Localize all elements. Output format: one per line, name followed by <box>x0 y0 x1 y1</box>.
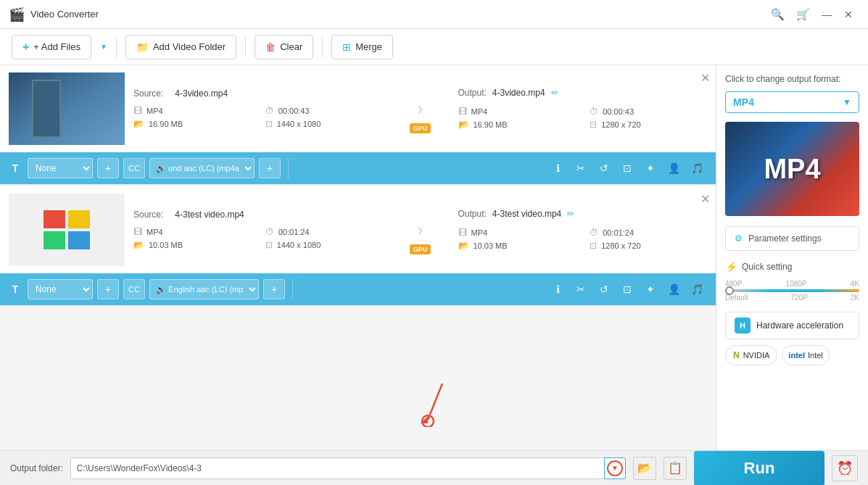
effect-icon-1[interactable]: ✦ <box>640 158 661 178</box>
alarm-icon: ⏰ <box>837 460 853 476</box>
subtitle-add-button-2[interactable]: + <box>97 279 119 299</box>
source-name-2: 4-3test video.mp4 <box>175 210 244 220</box>
quick-setting-header: ⚡ Quick setting <box>725 261 859 273</box>
output-header-2: Output: 4-3test video.mp4 ✏ <box>458 209 708 219</box>
format-in-1: 🎞 MP4 <box>133 106 251 116</box>
add-video-folder-label: Add Video Folder <box>153 41 226 52</box>
hw-accel-label: Hardware acceleration <box>756 320 843 331</box>
audio-add-button-2[interactable]: + <box>263 279 285 299</box>
clear-button[interactable]: 🗑 Clear <box>255 35 313 59</box>
duration-in-label-2: 00:01:24 <box>278 228 310 236</box>
app-title: Video Converter <box>30 9 771 20</box>
watermark-icon-2[interactable]: 👤 <box>664 279 684 299</box>
rotate-icon-1[interactable]: ↺ <box>594 158 614 178</box>
gpu-badge-1: GPU <box>410 123 431 133</box>
file-info-header-2: Source: 4-3test video.mp4 <box>133 210 383 220</box>
search-icon[interactable]: 🔍 <box>771 8 785 21</box>
edit-icon-1[interactable]: ✏ <box>551 88 558 98</box>
add-files-dropdown-arrow[interactable]: ▼ <box>100 43 107 51</box>
folder-path-input[interactable] <box>70 457 626 479</box>
save-source-icon: 📋 <box>668 461 682 475</box>
subtitle-select-wrap-1: None <box>28 158 93 178</box>
out-folder-icon-2: 📂 <box>458 241 469 251</box>
effect-icon-2[interactable]: ✦ <box>640 279 661 299</box>
info-icon-2[interactable]: ℹ <box>547 279 568 299</box>
ft-action-icons-2: ℹ ✂ ↺ ⊡ ✦ 👤 🎵 <box>547 279 707 299</box>
output-folder-label: Output folder: <box>10 463 63 473</box>
quick-setting-label: Quick setting <box>742 262 792 272</box>
intel-chip[interactable]: intel Intel <box>782 345 829 365</box>
cc-button-2[interactable]: CC <box>123 279 145 299</box>
res-out-label-1: 1280 x 720 <box>601 120 640 129</box>
cut-icon-1[interactable]: ✂ <box>571 158 591 178</box>
main-layout: Source: 4-3video.mp4 🎞 MP4 ⏱ 00:00:43 <box>0 65 868 450</box>
format-dropdown[interactable]: MP4 ▼ <box>725 91 859 113</box>
audio-edit-icon-1[interactable]: 🎵 <box>687 158 707 178</box>
quality-thumb[interactable] <box>725 286 734 295</box>
alarm-button[interactable]: ⏰ <box>832 455 858 481</box>
rotate-icon-2[interactable]: ↺ <box>594 279 614 299</box>
res-out-label-2: 1280 x 720 <box>601 241 640 250</box>
folder-dropdown-button[interactable]: ▼ <box>604 457 626 479</box>
edit-icon-2[interactable]: ✏ <box>567 209 574 219</box>
hardware-acceleration-button[interactable]: H Hardware acceleration <box>725 312 859 339</box>
audio-select-1[interactable]: 🔊 und aac (LC) (mp4a <box>149 158 255 178</box>
close-file-button-1[interactable]: ✕ <box>700 71 710 85</box>
merge-icon: ⊞ <box>342 41 351 53</box>
res-in-label-1: 1440 x 1080 <box>277 120 321 128</box>
crop-icon-2[interactable]: ⊡ <box>617 279 637 299</box>
parameter-settings-button[interactable]: ⚙ Parameter settings <box>725 226 859 251</box>
file-info-2: Source: 4-3test video.mp4 🎞 MP4 ⏱ 00:01:… <box>133 194 383 266</box>
crop-icon-1[interactable]: ⊡ <box>617 158 637 178</box>
close-file-button-2[interactable]: ✕ <box>700 192 710 206</box>
cut-icon-2[interactable]: ✂ <box>571 279 591 299</box>
audio-add-button-1[interactable]: + <box>259 158 281 178</box>
quality-sub-2k: 2K <box>851 294 859 302</box>
subtitle-select-wrap-2: None <box>28 279 93 299</box>
subtitle-select-1[interactable]: None <box>28 158 93 178</box>
ft-action-icons-1: ℹ ✂ ↺ ⊡ ✦ 👤 🎵 <box>547 158 707 178</box>
arrow-right-2: › <box>418 220 423 240</box>
quality-label-4k: 4K <box>851 280 859 288</box>
watermark-icon-1[interactable]: 👤 <box>664 158 684 178</box>
add-files-button[interactable]: + + Add Files <box>12 35 91 59</box>
format-in-label-2: MP4 <box>146 228 163 236</box>
output-name-2: 4-3test video.mp4 <box>492 209 561 219</box>
gpu-chips: N NVIDIA intel Intel <box>725 345 859 365</box>
source-label-1: Source: <box>133 88 163 99</box>
minimize-button[interactable]: — <box>816 7 838 22</box>
file-info-header-1: Source: 4-3video.mp4 <box>133 88 383 99</box>
audio-select-2[interactable]: 🔊 English aac (LC) (mp <box>149 279 259 299</box>
cart-icon[interactable]: 🛒 <box>796 8 810 21</box>
format-out-label-1: MP4 <box>471 107 488 116</box>
ft-divider-1 <box>288 158 289 178</box>
nvidia-chip[interactable]: N NVIDIA <box>725 345 777 365</box>
audio-edit-icon-2[interactable]: 🎵 <box>687 279 707 299</box>
close-button[interactable]: ✕ <box>838 7 859 22</box>
file-item-2: Source: 4-3test video.mp4 🎞 MP4 ⏱ 00:01:… <box>0 186 716 306</box>
duration-out-1: ⏱ 00:00:43 <box>590 107 707 117</box>
file-info-1: Source: 4-3video.mp4 🎞 MP4 ⏱ 00:00:43 <box>133 72 383 145</box>
open-folder-button[interactable]: 📂 <box>633 457 656 480</box>
merge-button[interactable]: ⊞ Merge <box>331 35 393 59</box>
nvidia-logo: N <box>733 350 740 360</box>
folder-icon: 📁 <box>136 41 149 53</box>
duration-in-2: ⏱ 00:01:24 <box>265 227 383 237</box>
format-name: MP4 <box>733 96 754 108</box>
intel-label: Intel <box>808 351 823 360</box>
size-out-2: 📂 10.03 MB <box>458 241 576 251</box>
subtitle-add-button-1[interactable]: + <box>97 158 119 178</box>
file-row-2: Source: 4-3test video.mp4 🎞 MP4 ⏱ 00:01:… <box>0 186 716 273</box>
subtitle-select-2[interactable]: None <box>28 279 93 299</box>
size-in-2: 📂 10.03 MB <box>133 240 251 250</box>
folder-circle-icon: ▼ <box>607 460 623 476</box>
source-name-1: 4-3video.mp4 <box>175 88 228 99</box>
cc-button-1[interactable]: CC <box>123 158 145 178</box>
save-to-source-button[interactable]: 📋 <box>664 457 687 480</box>
add-video-folder-button[interactable]: 📁 Add Video Folder <box>125 35 236 59</box>
info-icon-1[interactable]: ℹ <box>547 158 568 178</box>
plus-icon: + <box>22 41 29 54</box>
run-button[interactable]: Run <box>694 451 824 486</box>
out-clock-icon-1: ⏱ <box>590 107 598 117</box>
quality-track[interactable] <box>725 289 859 292</box>
